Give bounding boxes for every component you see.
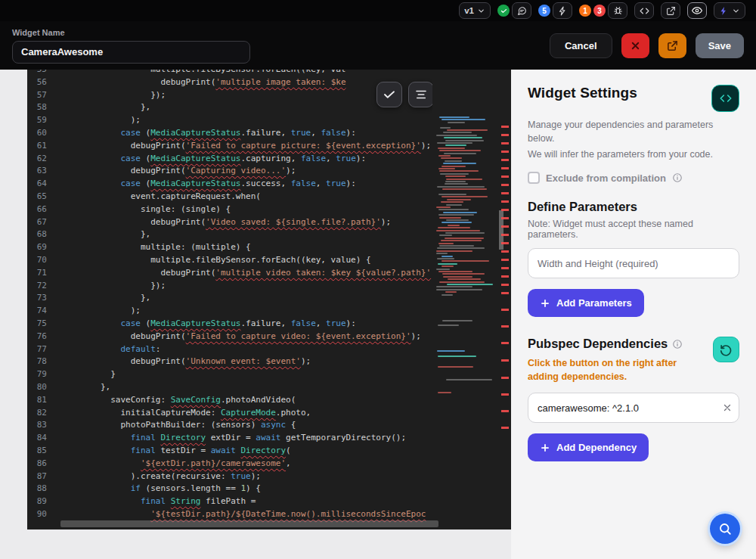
save-button[interactable]: Save [696,33,744,58]
horizontal-scrollbar[interactable] [60,520,438,527]
close-icon [722,402,733,413]
minimap-line [447,199,471,200]
error-mark [501,410,509,412]
dependency-input[interactable] [528,393,739,423]
clear-dependency-button[interactable] [722,402,733,413]
close-icon [630,40,641,51]
preview-eye-button[interactable] [687,2,707,19]
exclude-checkbox[interactable] [528,172,540,184]
error-mark [501,377,509,379]
minimap-line [441,240,482,241]
minimap[interactable] [432,70,499,520]
check-badge [497,5,510,17]
minimap-line [437,350,465,352]
add-parameters-label: Add Parameters [556,297,632,309]
export-widget-button[interactable] [658,33,686,58]
minimap-line [438,356,476,357]
minimap-line [439,116,469,118]
code-editor[interactable]: 55 multiple.fileBySensor.forEach((key, v… [27,70,511,529]
close-button[interactable] [621,33,649,58]
add-dependency-button[interactable]: Add Dependency [528,433,649,461]
runs-group: 5 [538,2,572,19]
minimap-line [445,160,462,162]
search-fab[interactable] [710,514,740,544]
exclude-label: Exclude from compilation [546,172,666,184]
debug-button[interactable] [608,2,627,19]
panel-description: Manage your dependencies and parameters … [528,119,739,146]
plus-icon [540,443,550,453]
overview-ruler [499,70,511,529]
eye-icon [692,5,702,16]
bolt-icon [719,6,729,16]
minimap-line [442,196,488,197]
warning-count-badge: 1 [579,5,591,17]
minimap-line [442,266,454,267]
comments-group [497,2,531,19]
minimap-line [442,119,485,120]
pubspec-title: Pubspec Dependencies [528,337,668,351]
minimap-line [442,188,487,190]
parameter-input[interactable] [528,248,739,278]
minimap-line [438,194,467,195]
refresh-dependencies-button[interactable] [713,337,739,362]
minimap-line [448,278,481,280]
plus-icon [540,298,550,309]
minimap-line [445,183,468,185]
minimap-line [442,256,453,257]
code-view-button[interactable] [634,2,654,19]
minimap-line [437,186,485,188]
panel-description-2: We will infer the parameters from your c… [528,148,739,162]
error-mark [501,175,509,178]
exclude-from-compilation-row[interactable]: Exclude from compilation [528,172,739,184]
minimap-line [436,135,477,136]
widget-name-input[interactable] [12,41,250,64]
info-icon[interactable] [672,172,683,183]
undo-refresh-icon [720,343,733,356]
info-icon[interactable] [672,339,683,349]
comments-button[interactable] [512,2,531,19]
minimap-line [438,263,458,265]
minimap-line [447,129,488,131]
cancel-button[interactable]: Cancel [550,33,612,58]
minimap-line [442,294,453,296]
share-icon [666,6,676,16]
accept-button[interactable] [376,82,402,107]
version-label: v1 [464,6,474,15]
minimap-line [438,214,474,216]
minimap-line [436,286,473,287]
minimap-line [446,204,462,206]
error-mark [501,325,509,328]
minimap-line [447,284,493,285]
error-mark [501,250,509,253]
error-mark [501,342,509,344]
minimap-line [437,142,472,144]
error-mark [501,167,509,169]
minimap-line [443,163,476,164]
zap-count-badge: 5 [538,5,550,17]
minimap-line [436,207,451,208]
error-mark [501,284,509,286]
error-mark [501,427,509,429]
minimap-line [436,250,472,252]
error-mark [501,142,509,144]
run-dropdown[interactable] [714,2,745,19]
error-mark [501,217,509,219]
format-button[interactable] [408,82,434,107]
code-toggle-button[interactable] [711,85,739,112]
error-mark [501,209,509,211]
minimap-line [445,175,466,177]
top-toolbar: v1 5 1 3 [0,0,756,21]
minimap-line [441,201,463,203]
share-button[interactable] [661,2,680,19]
minimap-line [448,225,460,226]
error-mark [501,192,509,194]
version-dropdown[interactable]: v1 [459,2,491,19]
bug-icon [613,6,623,16]
zap-button[interactable] [553,2,572,19]
add-parameters-button[interactable]: Add Parameters [528,289,644,317]
minimap-line [442,273,485,275]
minimap-line [441,157,461,159]
minimap-line [438,168,455,169]
minimap-line [444,137,482,138]
editor-header: Widget Name Cancel Save [0,21,756,70]
